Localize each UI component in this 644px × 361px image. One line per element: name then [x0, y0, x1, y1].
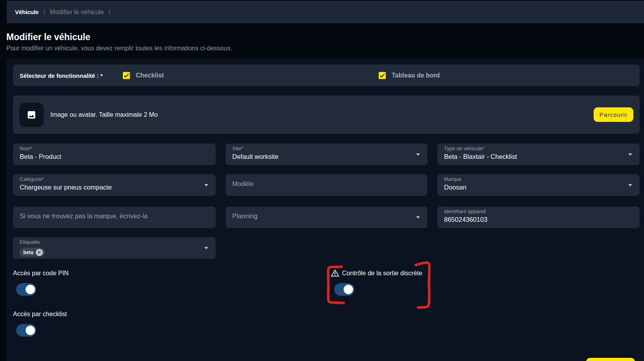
form-panel: Sélecteur de fonctionnalité : * Checklis…	[6, 59, 644, 361]
chevron-down-icon	[628, 184, 632, 186]
categorie-select[interactable]: Catégorie* Chargeuse sur pneus compacte	[13, 174, 216, 196]
toggle-knob	[26, 285, 35, 294]
identifiant-appareil-label: Identifiant appareil	[444, 208, 640, 214]
modele-input[interactable]: Modèle	[226, 174, 427, 196]
type-vehicule-select[interactable]: Type de véhicule* Beta - Blaxtair - Chec…	[437, 144, 640, 165]
checklist-checkbox-label: Checklist	[136, 72, 164, 79]
feature-selector-card: Sélecteur de fonctionnalité : * Checklis…	[13, 64, 640, 86]
browse-button[interactable]: Parcourir	[594, 107, 633, 122]
planning-placeholder: Planning	[232, 212, 427, 220]
chevron-down-icon	[628, 153, 632, 156]
site-select[interactable]: Site* Default worksite	[226, 144, 427, 165]
acces-pin-toggle[interactable]	[16, 283, 36, 296]
toggle-knob	[26, 326, 35, 335]
chevron-down-icon	[416, 153, 420, 156]
chevron-down-icon	[416, 216, 420, 219]
feature-selector-label: Sélecteur de fonctionnalité : *	[20, 72, 103, 79]
checklist-checkbox[interactable]	[123, 72, 130, 79]
etiquette-label: Étiquette	[20, 239, 216, 245]
categorie-label: Catégorie*	[20, 176, 216, 182]
marque-value: Doosan	[444, 184, 640, 191]
type-vehicule-label: Type de véhicule*	[444, 146, 640, 151]
identifiant-appareil-value: 865024360103	[444, 216, 640, 223]
submit-button[interactable]	[586, 358, 635, 361]
tag-chip-beta: beta	[19, 248, 45, 257]
etiquette-select[interactable]: Étiquette beta	[13, 237, 216, 259]
chevron-down-icon	[204, 247, 208, 249]
breadcrumb-modifier-le-vehicule[interactable]: Modifier le véhicule	[50, 9, 104, 16]
remove-tag-icon[interactable]	[36, 249, 43, 256]
breadcrumb: Véhicule / Modifier le véhicule /	[7, 1, 644, 23]
nom-value: Beta - Product	[20, 153, 216, 160]
image-icon	[27, 110, 36, 120]
breadcrumb-separator: /	[43, 8, 45, 16]
nom-input[interactable]: Nom* Beta - Product	[13, 144, 216, 165]
warning-icon	[331, 269, 339, 277]
acces-checklist-label: Accès par checklist	[13, 311, 67, 318]
nom-label: Nom*	[20, 146, 216, 151]
marque-libre-placeholder: Si vous ne trouvez pas la marque, écrive…	[20, 212, 216, 220]
planning-select[interactable]: Planning	[226, 206, 427, 228]
type-vehicule-value: Beta - Blaxtair - Checklist	[444, 153, 640, 160]
image-preview-box	[19, 103, 44, 127]
breadcrumb-separator-trailing: /	[109, 8, 111, 16]
marque-libre-input[interactable]: Si vous ne trouvez pas la marque, écrive…	[13, 206, 216, 228]
controle-sortie-label: Contrôle de la sortie discrète	[342, 270, 422, 277]
tableau-de-bord-checkbox-label: Tableau de bord	[392, 72, 440, 79]
acces-checklist-toggle[interactable]	[16, 324, 36, 337]
toggle-knob	[344, 285, 353, 294]
page-subtitle: Pour modifier un véhicule, vous devez re…	[6, 45, 232, 52]
tableau-de-bord-checkbox[interactable]	[379, 72, 386, 79]
image-upload-caption: Image ou avatar. Taille maximale 2 Mo	[50, 111, 158, 118]
tag-chip-label: beta	[23, 250, 33, 255]
page-title: Modifier le véhicule	[6, 32, 90, 42]
site-label: Site*	[232, 146, 427, 151]
breadcrumb-vehicule[interactable]: Véhicule	[15, 9, 39, 15]
modele-placeholder: Modèle	[232, 180, 427, 188]
marque-select[interactable]: Marque Doosan	[437, 174, 640, 196]
chevron-down-icon	[204, 184, 208, 186]
site-value: Default worksite	[232, 153, 427, 160]
checkmark-icon	[379, 72, 386, 79]
image-upload-card: Image ou avatar. Taille maximale 2 Mo Pa…	[13, 96, 640, 134]
controle-sortie-toggle[interactable]	[334, 283, 354, 296]
categorie-value: Chargeuse sur pneus compacte	[20, 184, 216, 191]
acces-pin-label: Accès par code PIN	[13, 270, 68, 277]
checkmark-icon	[123, 72, 130, 79]
identifiant-appareil-input[interactable]: Identifiant appareil 865024360103	[437, 206, 640, 228]
marque-label: Marque	[444, 176, 640, 182]
